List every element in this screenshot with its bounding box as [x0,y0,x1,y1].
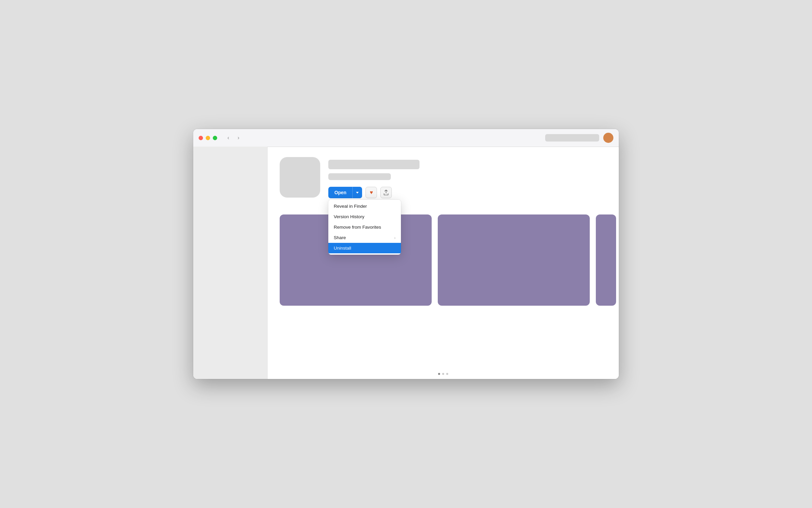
dot-1 [438,373,440,375]
app-info: Open Reveal in Finder [328,157,607,198]
avatar[interactable] [603,133,613,143]
dropdown-item-label: Share [334,235,346,240]
dropdown-menu: Reveal in Finder Version History Remove … [328,200,401,255]
dropdown-item-label: Remove from Favorites [334,225,381,230]
nav-arrows: ‹ › [224,133,243,142]
search-bar[interactable] [545,134,599,142]
dropdown-item-reveal[interactable]: Reveal in Finder [328,201,401,211]
dropdown-item-uninstall[interactable]: Uninstall [328,243,401,253]
share-icon [384,190,388,195]
favorite-button[interactable]: ♥ [365,187,377,198]
traffic-lights [199,136,217,140]
app-subtitle [328,173,391,180]
dropdown-item-label: Reveal in Finder [334,204,367,209]
app-header: Open Reveal in Finder [280,157,607,198]
dot-3 [446,373,448,375]
open-button[interactable]: Open [328,187,352,198]
app-window: ‹ › [193,129,619,379]
dropdown-item-share[interactable]: Share › [328,232,401,243]
screenshot-2 [438,214,590,306]
dropdown-item-remove-favorites[interactable]: Remove from Favorites [328,222,401,232]
open-button-group: Open Reveal in Finder [328,187,362,198]
maximize-button[interactable] [213,136,217,140]
app-name [328,160,420,169]
dot-2 [442,373,444,375]
screenshot-3-partial [596,214,616,306]
sidebar [193,147,268,379]
chevron-down-icon [356,192,359,194]
forward-button[interactable]: › [234,133,243,142]
close-button[interactable] [199,136,203,140]
window-body: Open Reveal in Finder [193,147,619,379]
app-icon [280,157,320,198]
chevron-right-icon: › [394,236,396,240]
title-bar-right [545,133,613,143]
title-bar: ‹ › [193,129,619,147]
back-button[interactable]: ‹ [224,133,233,142]
action-bar: Open Reveal in Finder [328,187,607,198]
dropdown-item-version-history[interactable]: Version History [328,211,401,222]
scroll-dots [435,370,451,378]
screenshots-area [268,214,619,306]
main-content: Open Reveal in Finder [268,147,619,379]
app-detail-area: Open Reveal in Finder [268,147,619,214]
dropdown-item-label: Version History [334,214,364,219]
dropdown-item-label: Uninstall [334,246,351,251]
minimize-button[interactable] [206,136,210,140]
share-button[interactable] [380,187,392,198]
open-dropdown-button[interactable] [352,187,362,198]
